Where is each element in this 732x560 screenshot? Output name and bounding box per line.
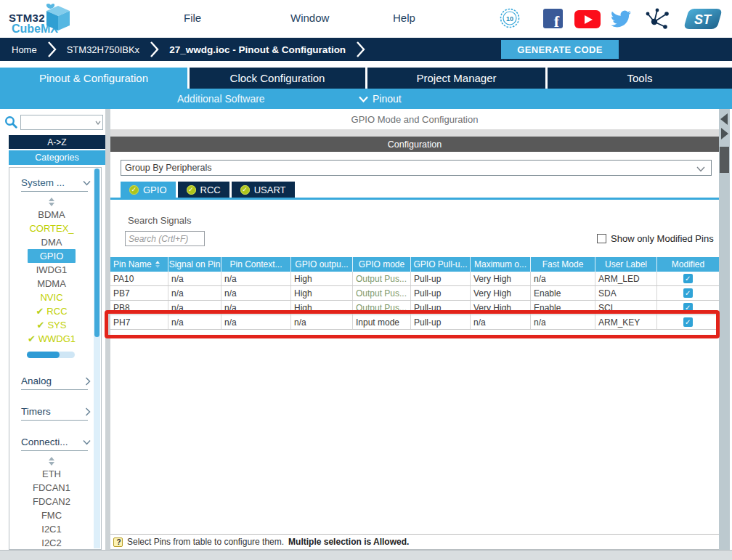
column-user-label[interactable]: User Label xyxy=(595,257,657,272)
breadcrumb-home[interactable]: Home xyxy=(12,44,37,55)
menu-window[interactable]: Window xyxy=(290,12,329,24)
sidebar-tab-categories[interactable]: Categories xyxy=(9,150,105,165)
column-fast-mode[interactable]: Fast Mode xyxy=(531,257,595,272)
sidebar-item-iwdg1[interactable]: IWDG1 xyxy=(9,263,94,277)
svg-text:ST: ST xyxy=(694,12,712,27)
table-row-ph7[interactable]: PH7 n/a n/a n/a Input mode Pull-up n/a n… xyxy=(110,315,719,330)
st-logo-icon[interactable]: ST xyxy=(683,7,723,31)
column-gpio-pullup[interactable]: GPIO Pull-u... xyxy=(411,257,471,272)
stm32cubemx-logo: STM32 CubeMX xyxy=(6,3,78,36)
modified-checkbox[interactable] xyxy=(683,288,693,298)
menu-file[interactable]: File xyxy=(184,12,201,24)
cell-fast-mode: Enable xyxy=(531,301,595,315)
youtube-icon[interactable] xyxy=(574,10,601,28)
modified-checkbox[interactable] xyxy=(683,317,693,327)
table-row-pa10[interactable]: PA10 n/a n/a High Output Pus... Pull-up … xyxy=(110,272,719,286)
sidebar-item-fdcan1[interactable]: FDCAN1 xyxy=(9,481,94,495)
column-label: Pin Name xyxy=(113,259,152,269)
cell-speed: Very High xyxy=(471,286,531,300)
sidebar-scrollbar[interactable] xyxy=(94,169,100,548)
collapse-right-arrow-icon[interactable] xyxy=(721,128,728,139)
cell-gpio-mode: Output Pus... xyxy=(353,286,411,300)
sidebar-group-connectivity[interactable]: Connecti... xyxy=(21,437,91,447)
scrollbar-thumb[interactable] xyxy=(94,169,99,337)
sidebar-group-system-core[interactable]: System ... xyxy=(21,177,91,188)
sidebar-tab-az[interactable]: A->Z xyxy=(9,135,105,149)
column-signal-on-pin[interactable]: Signal on Pin xyxy=(168,257,221,272)
cell-output-level: High xyxy=(291,301,353,315)
tab-tools[interactable]: Tools xyxy=(548,68,732,89)
sidebar-item-fmc[interactable]: FMC xyxy=(9,508,94,522)
show-only-modified-pins-checkbox[interactable]: Show only Modified Pins xyxy=(597,233,714,244)
cell-pin-name: PB8 xyxy=(110,301,168,315)
right-panel-splitter[interactable] xyxy=(719,109,730,550)
tab-pinout-configuration[interactable]: Pinout & Configuration xyxy=(0,68,187,89)
tab-project-manager[interactable]: Project Manager xyxy=(367,68,545,89)
column-gpio-output[interactable]: GPIO outpu... xyxy=(291,257,353,272)
table-row-pb8[interactable]: PB8 n/a n/a High Output Pus... Pull-up V… xyxy=(110,301,719,315)
cell-context: n/a xyxy=(221,315,291,329)
sidebar-item-cortex[interactable]: CORTEX_ xyxy=(9,222,94,235)
stm32cubemx-window: STM32 CubeMX File Window Help 10 xyxy=(0,0,732,560)
left-panel-splitter[interactable] xyxy=(105,109,110,550)
sidebar-item-mdma[interactable]: MDMA xyxy=(9,277,94,291)
sidebar-item-sys[interactable]: ✔SYS xyxy=(9,318,94,332)
facebook-icon[interactable] xyxy=(543,9,563,28)
sidebar-item-i2c2[interactable]: I2C2 xyxy=(9,536,94,550)
breadcrumb-mcu[interactable]: STM32H750IBKx xyxy=(67,44,139,55)
sidebar-item-gpio[interactable]: GPIO xyxy=(28,249,76,263)
sidebar-item-fdcan2[interactable]: FDCAN2 xyxy=(9,495,94,508)
column-gpio-mode[interactable]: GPIO mode xyxy=(353,257,411,272)
column-modified[interactable]: Modified xyxy=(657,257,719,272)
collapse-left-arrow-icon[interactable] xyxy=(720,113,728,125)
cell-signal: n/a xyxy=(168,286,221,300)
pinout-menu[interactable]: Pinout xyxy=(359,93,402,105)
checkbox-icon[interactable] xyxy=(597,234,606,243)
group-by-peripherals-select[interactable]: Group By Peripherals xyxy=(121,160,712,176)
column-pin-name[interactable]: Pin Name xyxy=(110,257,168,272)
network-community-icon[interactable] xyxy=(645,7,670,31)
chevron-down-icon xyxy=(696,166,705,172)
menu-help[interactable]: Help xyxy=(393,12,415,24)
peripheral-tab-rcc[interactable]: RCC xyxy=(178,182,229,198)
group-label: Connecti... xyxy=(21,437,68,447)
generate-code-button[interactable]: GENERATE CODE xyxy=(501,40,619,59)
chevron-right-icon xyxy=(356,41,365,57)
sort-toggle-icon[interactable] xyxy=(48,457,55,466)
cell-gpio-mode: Input mode xyxy=(353,315,411,329)
twitter-icon[interactable] xyxy=(610,9,632,29)
sidebar-item-nvic[interactable]: NVIC xyxy=(9,291,94,304)
search-signals-label: Search Signals xyxy=(128,215,191,226)
checkbox-label: Show only Modified Pins xyxy=(611,233,714,244)
sidebar-group-timers[interactable]: Timers xyxy=(21,406,91,417)
breadcrumb: Home STM32H750IBKx 27_wwdg.ioc - Pinout … xyxy=(0,38,732,61)
tab-label: USART xyxy=(254,184,286,195)
splitter-drag-handle[interactable] xyxy=(720,147,729,173)
table-hint-footer: Select Pins from table to configure them… xyxy=(110,534,719,549)
peripheral-tab-gpio[interactable]: GPIO xyxy=(121,182,176,198)
tab-label: RCC xyxy=(200,184,221,195)
table-row-pb7[interactable]: PB7 n/a n/a High Output Pus... Pull-up V… xyxy=(110,286,719,301)
signal-search-input[interactable] xyxy=(125,231,205,246)
modified-checkbox[interactable] xyxy=(683,303,693,312)
cube-icon xyxy=(41,3,73,32)
sidebar-group-analog[interactable]: Analog xyxy=(21,376,91,386)
additional-software-link[interactable]: Additional Software xyxy=(177,93,265,105)
gpio-signals-table: Pin Name Signal on Pin Pin Context... GP… xyxy=(110,257,719,330)
group-by-value: Group By Peripherals xyxy=(125,163,212,173)
column-maximum-output[interactable]: Maximum o... xyxy=(471,257,531,272)
sidebar-item-dma[interactable]: DMA xyxy=(9,235,94,249)
sidebar-item-i2c1[interactable]: I2C1 xyxy=(9,522,94,536)
sidebar-item-rcc[interactable]: ✔RCC xyxy=(9,304,94,318)
sidebar-item-bdma[interactable]: BDMA xyxy=(9,208,94,222)
peripheral-tab-usart[interactable]: USART xyxy=(232,182,295,198)
column-pin-context[interactable]: Pin Context... xyxy=(221,257,291,272)
sidebar-item-eth[interactable]: ETH xyxy=(9,467,94,481)
tab-clock-configuration[interactable]: Clock Configuration xyxy=(190,68,365,89)
sort-toggle-icon[interactable] xyxy=(48,198,55,206)
cell-pull: Pull-up xyxy=(411,315,471,329)
modified-checkbox[interactable] xyxy=(683,274,693,283)
breadcrumb-project[interactable]: 27_wwdg.ioc - Pinout & Configuration xyxy=(169,44,346,55)
sidebar-search-input[interactable] xyxy=(20,115,103,130)
sidebar-item-wwdg1[interactable]: ✔WWDG1 xyxy=(9,332,94,346)
